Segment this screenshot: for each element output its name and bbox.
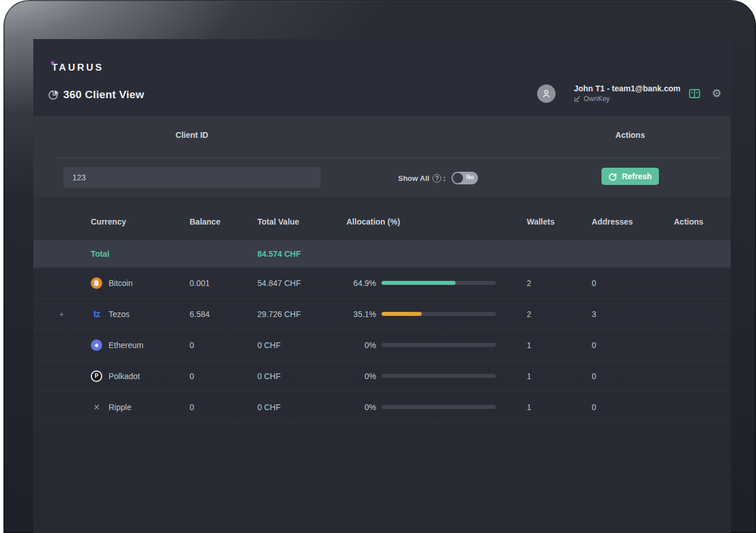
logo-accent-square <box>51 61 54 64</box>
taurus-logo: TAURUS <box>52 62 104 74</box>
user-key-row: OwnKey <box>574 95 676 103</box>
col-header-total: Total Value <box>257 217 346 226</box>
allocation-cell: 35.1% <box>346 310 496 319</box>
wallets-cell: 1 <box>527 372 592 381</box>
col-header-allocation: Allocation (%) <box>346 217 496 226</box>
col-header-wallets: Wallets <box>527 217 592 226</box>
show-all-toggle[interactable]: No <box>452 172 478 184</box>
addresses-cell: 0 <box>592 372 674 381</box>
currency-name: Polkadot <box>109 372 140 381</box>
show-all-colon: : <box>443 174 445 183</box>
wallets-cell: 1 <box>527 341 592 350</box>
help-circle-icon[interactable]: ? <box>433 174 441 183</box>
balance-cell: 0.001 <box>190 279 257 288</box>
edit-pencil-icon <box>574 95 581 102</box>
total-value-cell: 0 CHF <box>257 372 346 381</box>
ethereum-icon: ◆ <box>91 339 102 351</box>
addresses-cell: 0 <box>592 279 674 288</box>
allocation-pct: 0% <box>346 341 376 350</box>
total-value-cell: 29.726 CHF <box>257 310 346 319</box>
addresses-cell: 3 <box>592 310 674 319</box>
show-all-group: Show All ? : No <box>398 171 478 185</box>
table-row: ฿Bitcoin 0.001 54.847 CHF 64.9% 2 0 <box>33 268 731 299</box>
allocation-bar <box>381 343 496 347</box>
allocation-cell: 0% <box>346 341 496 350</box>
currency-name: Ethereum <box>109 341 144 350</box>
addresses-cell: 0 <box>592 341 674 350</box>
device-frame: TAURUS 360 Client View John <box>3 0 756 533</box>
col-header-balance: Balance <box>190 217 257 226</box>
allocation-cell: 64.9% <box>346 279 496 288</box>
currency-name: Tezos <box>109 310 130 319</box>
table-row: ◆Ethereum 0 0 CHF 0% 1 0 <box>33 330 731 361</box>
client-id-label: Client ID <box>63 130 321 140</box>
total-row: Total 84.574 CHF <box>33 240 731 268</box>
allocation-bar <box>381 281 496 285</box>
balance-cell: 0 <box>190 341 257 350</box>
table-row: + tzTezos 6.584 29.726 CHF 35.1% 2 3 <box>33 299 731 330</box>
user-block: John T1 - team1@bank.com OwnKey <box>537 84 722 103</box>
col-header-actions: Actions <box>674 217 708 226</box>
toggle-knob <box>453 173 463 183</box>
actions-label: Actions <box>588 130 673 140</box>
allocation-bar-fill <box>381 312 422 316</box>
app-header: TAURUS 360 Client View John <box>33 39 731 116</box>
polkadot-icon: P <box>91 370 102 382</box>
refresh-label: Refresh <box>622 172 651 181</box>
balance-cell: 6.584 <box>190 310 257 319</box>
wallets-cell: 2 <box>527 310 592 319</box>
table-row: ✕Ripple 0 0 CHF 0% 1 0 <box>33 392 731 423</box>
app-screen: TAURUS 360 Client View John <box>33 39 731 533</box>
avatar[interactable] <box>537 84 556 103</box>
page-title: 360 Client View <box>63 88 144 101</box>
user-key: OwnKey <box>584 95 610 103</box>
table-header-row: Currency Balance Total Value Allocation … <box>33 197 731 240</box>
col-header-currency: Currency <box>91 217 190 226</box>
allocation-bar <box>381 374 496 378</box>
allocation-bar-fill <box>381 281 456 285</box>
address-book-icon[interactable] <box>689 88 700 99</box>
allocation-pct: 35.1% <box>346 310 376 319</box>
allocation-pct: 64.9% <box>346 279 376 288</box>
wallets-cell: 2 <box>527 279 592 288</box>
filter-divider <box>56 157 722 158</box>
table-row: PPolkadot 0 0 CHF 0% 1 0 <box>33 361 731 392</box>
currency-name: Bitcoin <box>109 279 133 288</box>
bitcoin-icon: ฿ <box>91 277 102 289</box>
allocation-cell: 0% <box>346 372 496 381</box>
addresses-cell: 0 <box>592 403 674 412</box>
balance-cell: 0 <box>190 403 257 412</box>
refresh-button[interactable]: Refresh <box>601 168 659 185</box>
col-header-addresses: Addresses <box>592 217 674 226</box>
toggle-state-label: No <box>466 174 473 180</box>
filter-panel: Client ID Actions Show All ? : No Refres… <box>33 116 731 197</box>
total-value-cell: 54.847 CHF <box>257 279 346 288</box>
allocation-bar <box>381 312 496 316</box>
client-id-input[interactable] <box>63 167 321 188</box>
gear-icon[interactable]: ⚙ <box>712 89 722 98</box>
allocation-cell: 0% <box>346 403 496 412</box>
balance-cell: 0 <box>190 372 257 381</box>
user-name: John T1 - team1@bank.com <box>574 84 676 93</box>
refresh-icon <box>608 172 617 181</box>
allocation-bar <box>381 405 496 409</box>
ripple-icon: ✕ <box>91 401 102 413</box>
currency-name: Ripple <box>109 403 132 412</box>
tezos-icon: tz <box>91 308 102 320</box>
user-texts: John T1 - team1@bank.com OwnKey <box>574 84 676 103</box>
pie-chart-icon <box>48 90 59 101</box>
allocation-pct: 0% <box>346 403 376 412</box>
total-value: 84.574 CHF <box>257 249 346 258</box>
total-value-cell: 0 CHF <box>257 341 346 350</box>
allocation-pct: 0% <box>346 372 376 381</box>
total-label: Total <box>91 249 190 258</box>
show-all-label: Show All <box>398 174 429 183</box>
expand-row-button[interactable]: + <box>56 310 91 319</box>
page-title-row: 360 Client View <box>48 88 144 101</box>
holdings-table: Currency Balance Total Value Allocation … <box>33 197 731 423</box>
wallets-cell: 1 <box>527 403 592 412</box>
person-icon <box>541 88 551 99</box>
total-value-cell: 0 CHF <box>257 403 346 412</box>
